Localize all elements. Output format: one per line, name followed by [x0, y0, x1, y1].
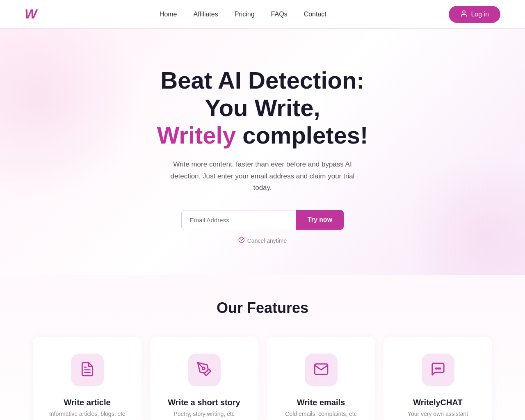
feature-name-story: Write a short story	[168, 398, 240, 407]
nav-link-pricing[interactable]: Pricing	[235, 11, 255, 18]
hero-section: Beat AI Detection: You Write, Writely co…	[0, 29, 525, 275]
feature-name-chat: WritelyCHAT	[413, 398, 462, 407]
email-input[interactable]	[181, 210, 296, 230]
story-icon	[196, 361, 212, 379]
feature-desc-story: Poetry, story writing, etc	[173, 411, 234, 417]
nav-link-faqs[interactable]: FAQs	[271, 11, 288, 18]
feature-desc-chat: Your very own assistant	[408, 411, 468, 417]
nav-link-affiliates[interactable]: Affiliates	[194, 11, 218, 18]
feature-name-email: Write emails	[297, 398, 345, 407]
feature-desc-email: Cold emails, complaints, etc	[285, 411, 356, 417]
chat-icon	[430, 361, 446, 379]
email-icon-wrapper	[305, 354, 338, 386]
nav-item-faqs[interactable]: FAQs	[271, 11, 288, 18]
svg-point-7	[439, 368, 441, 369]
article-icon-wrapper	[71, 354, 104, 386]
hero-title-line1: Beat AI Detection:	[160, 67, 364, 94]
nav-item-pricing[interactable]: Pricing	[235, 11, 255, 18]
nav-item-contact[interactable]: Contact	[304, 11, 326, 18]
nav-link-home[interactable]: Home	[160, 11, 177, 18]
cancel-note-text: Cancel anytime	[247, 237, 287, 244]
cancel-note: Cancel anytime	[238, 237, 287, 245]
svg-point-5	[435, 368, 436, 369]
user-icon	[460, 10, 468, 19]
feature-card-story: Write a short story Poetry, story writin…	[150, 337, 258, 420]
article-icon	[80, 361, 95, 379]
feature-desc-article: Informative articles, blogs, etc	[49, 411, 125, 417]
svg-point-4	[202, 367, 205, 370]
feature-card-email: Write emails Cold emails, complaints, et…	[267, 337, 375, 420]
email-icon	[313, 361, 329, 379]
features-grid: Write article Informative articles, blog…	[33, 337, 492, 420]
login-label: Log in	[471, 11, 489, 18]
check-circle-icon	[238, 237, 245, 245]
nav-links: Home Affiliates Pricing FAQs Contact	[160, 11, 326, 18]
feature-name-article: Write article	[64, 398, 110, 407]
try-now-button[interactable]: Try now	[296, 210, 344, 230]
navbar: W Home Affiliates Pricing FAQs Contact L…	[0, 0, 525, 29]
hero-title-line2: You Write,	[205, 94, 320, 121]
hero-subtitle: Write more content, faster than ever bef…	[164, 159, 361, 193]
nav-item-home[interactable]: Home	[160, 11, 177, 18]
feature-card-chat: WritelyCHAT Your very own assistant	[383, 337, 492, 420]
nav-item-affiliates[interactable]: Affiliates	[194, 11, 218, 18]
svg-point-6	[437, 368, 438, 369]
svg-point-0	[463, 11, 465, 13]
feature-card-article: Write article Informative articles, blog…	[33, 337, 142, 420]
features-section: Our Features Write article Informative a…	[0, 275, 525, 420]
features-title: Our Features	[33, 299, 492, 317]
email-form: Try now	[181, 210, 344, 230]
hero-title-line3: completes!	[242, 122, 368, 148]
chat-icon-wrapper	[422, 354, 454, 386]
nav-link-contact[interactable]: Contact	[304, 11, 326, 18]
hero-title: Beat AI Detection: You Write, Writely co…	[157, 67, 368, 149]
hero-title-brand: Writely	[157, 122, 236, 148]
logo[interactable]: W	[25, 7, 37, 22]
login-button[interactable]: Log in	[449, 6, 500, 23]
story-icon-wrapper	[188, 354, 221, 386]
